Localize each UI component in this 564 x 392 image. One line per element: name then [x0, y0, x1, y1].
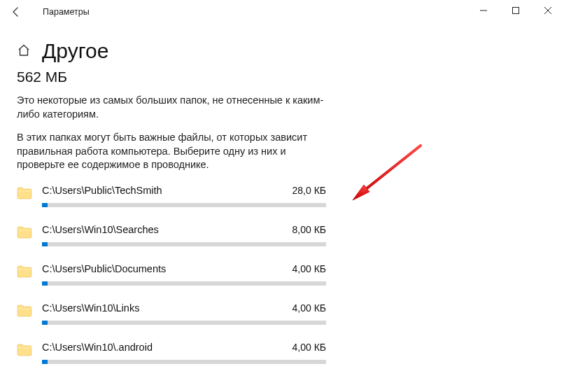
maximize-button[interactable] — [500, 0, 532, 21]
folder-body: C:\Users\Win10\Searches 8,00 КБ — [42, 224, 326, 246]
page-title: Другое — [42, 39, 108, 63]
folder-path: C:\Users\Win10\Searches — [42, 224, 159, 235]
folder-size: 4,00 КБ — [292, 342, 326, 353]
home-icon[interactable] — [17, 43, 31, 59]
folder-icon — [17, 186, 32, 200]
folder-path: C:\Users\Win10\Links — [42, 302, 139, 314]
titlebar: Параметры — [0, 0, 564, 24]
folder-size: 4,00 КБ — [292, 263, 326, 274]
folder-usage-bar — [42, 281, 326, 286]
folder-body: C:\Users\Win10\.android 4,00 КБ — [42, 342, 326, 364]
minimize-button[interactable] — [467, 0, 500, 21]
folder-icon — [17, 304, 32, 318]
folder-size: 28,0 КБ — [292, 185, 326, 196]
folder-icon — [17, 225, 32, 239]
folder-usage-bar — [42, 242, 326, 246]
folder-size: 4,00 КБ — [292, 302, 326, 314]
svg-rect-0 — [513, 8, 519, 14]
folder-usage-fill — [42, 360, 48, 364]
folder-path: C:\Users\Public\Documents — [42, 263, 166, 274]
description-2: В этих папках могут быть важные файлы, о… — [17, 131, 326, 172]
window-title: Параметры — [43, 7, 90, 17]
folder-usage-fill — [42, 281, 48, 286]
folder-icon — [17, 265, 32, 279]
close-button[interactable] — [532, 0, 564, 21]
folder-body: C:\Users\Public\TechSmith 28,0 КБ — [42, 185, 326, 207]
total-size: 562 МБ — [17, 69, 326, 85]
folder-body: C:\Users\Public\Documents 4,00 КБ — [42, 263, 326, 286]
folder-usage-bar — [42, 360, 326, 364]
folder-item[interactable]: C:\Users\Public\TechSmith 28,0 КБ — [17, 185, 326, 207]
folder-usage-fill — [42, 203, 48, 207]
folder-icon — [17, 343, 32, 357]
folder-item[interactable]: C:\Users\Win10\Searches 8,00 КБ — [17, 224, 326, 246]
folder-body: C:\Users\Win10\Links 4,00 КБ — [42, 302, 326, 325]
folder-usage-bar — [42, 203, 326, 207]
content-area: Другое 562 МБ Это некоторые из самых бол… — [0, 24, 343, 364]
folder-item[interactable]: C:\Users\Win10\.android 4,00 КБ — [17, 342, 326, 364]
folder-usage-bar — [42, 321, 326, 325]
folder-usage-fill — [42, 321, 48, 325]
folder-item[interactable]: C:\Users\Public\Documents 4,00 КБ — [17, 263, 326, 286]
folder-size: 8,00 КБ — [292, 224, 326, 235]
folder-list: C:\Users\Public\TechSmith 28,0 КБ C:\Use… — [17, 185, 326, 364]
folder-path: C:\Users\Win10\.android — [42, 342, 153, 353]
folder-item[interactable]: C:\Users\Win10\Links 4,00 КБ — [17, 302, 326, 325]
back-button[interactable] — [0, 0, 31, 24]
folder-path: C:\Users\Public\TechSmith — [42, 185, 162, 196]
description-1: Это некоторые из самых больших папок, не… — [17, 94, 326, 121]
folder-usage-fill — [42, 242, 48, 246]
annotation-arrow — [348, 143, 425, 206]
